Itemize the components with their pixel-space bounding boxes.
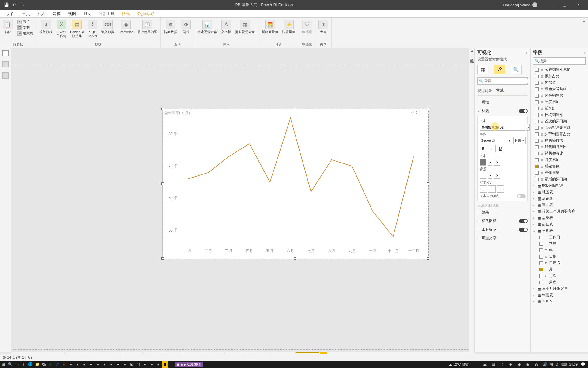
redo-icon[interactable]: ↷: [20, 2, 25, 8]
app-pin3-icon[interactable]: ●: [81, 361, 88, 368]
checkbox[interactable]: [535, 152, 539, 155]
font-family-select[interactable]: Segoe UI▾: [480, 137, 512, 144]
tray-chevron-icon[interactable]: ^: [473, 361, 480, 368]
start-button[interactable]: ⊞: [0, 361, 7, 368]
table-row[interactable]: ›▦连续三个月购买客户: [533, 208, 586, 215]
checkbox[interactable]: [539, 236, 543, 239]
close-button[interactable]: ✕: [571, 0, 586, 10]
fields-search-input[interactable]: [539, 59, 585, 63]
app-pin5-icon[interactable]: ●: [94, 361, 101, 368]
bg-color-swatch[interactable]: [480, 172, 486, 179]
field-item[interactable]: 周次: [533, 279, 586, 286]
title-text-input[interactable]: [480, 124, 525, 131]
expand-icon[interactable]: ›: [533, 210, 536, 213]
restore-defaults[interactable]: 还原为默认值: [477, 203, 528, 208]
bg-dropdown-icon[interactable]: ▾: [488, 172, 492, 179]
title-toggle[interactable]: [519, 109, 528, 113]
tray-calendar-icon[interactable]: ▦: [490, 361, 497, 368]
save-icon[interactable]: 💾: [4, 2, 9, 8]
task-search-icon[interactable]: 🔍: [7, 361, 13, 368]
model-view-icon[interactable]: [2, 72, 9, 79]
report-canvas[interactable]: 总销售额(按 月) ▽ ⛶ ⋯ 50 千60 千70 千80 千 一月二月三月四…: [11, 48, 475, 352]
tab-insert[interactable]: 插入: [34, 10, 49, 17]
maximize-button[interactable]: ▢: [557, 0, 571, 10]
app-ie-icon[interactable]: 🌐: [27, 361, 34, 368]
table-row[interactable]: ›▦90D睡眠客户: [533, 182, 586, 189]
checkbox[interactable]: [539, 261, 543, 265]
focus-mode-icon[interactable]: ⛶: [416, 111, 420, 115]
tray-volume-icon[interactable]: 🔊: [541, 361, 548, 368]
tab-model[interactable]: 建模: [49, 10, 64, 17]
app-pin8-icon[interactable]: ●: [115, 361, 121, 368]
task-view-icon[interactable]: ▭: [13, 361, 20, 368]
checkbox[interactable]: [535, 100, 539, 104]
app-pin11-icon[interactable]: ●: [148, 361, 155, 368]
underline-button[interactable]: U: [497, 145, 504, 152]
field-item[interactable]: 季度: [533, 240, 586, 247]
section-effects[interactable]: ›效果: [477, 208, 528, 217]
ribbon-collapse-button[interactable]: ^: [580, 18, 588, 48]
sensitivity-button[interactable]: 🛡敏感度: [301, 19, 313, 35]
app-pin1-icon[interactable]: ●: [67, 361, 74, 368]
table-row[interactable]: ›▦销售表: [533, 292, 586, 298]
app-pin9-icon[interactable]: ●: [121, 361, 128, 368]
field-item[interactable]: ▤销售额月环比: [533, 144, 586, 150]
cut-button[interactable]: ✂剪切: [17, 19, 34, 24]
app-pin7-icon[interactable]: ●: [108, 361, 115, 368]
field-item[interactable]: ▤月度累加: [533, 157, 586, 163]
tab-more[interactable]: …: [524, 89, 528, 93]
notification-icon[interactable]: 💬: [579, 361, 586, 368]
checkbox[interactable]: [535, 81, 539, 85]
app-pin10-icon[interactable]: ●: [141, 361, 148, 368]
checkbox[interactable]: [539, 248, 543, 252]
bold-button[interactable]: B: [480, 145, 487, 152]
build-visual-mode-icon[interactable]: ▦: [477, 65, 488, 74]
checkbox[interactable]: [535, 178, 539, 181]
checkbox[interactable]: [535, 132, 539, 136]
tray-network-icon[interactable]: 🖧: [533, 361, 540, 368]
field-item[interactable]: ▤累加值: [533, 79, 586, 86]
analytics-mode-icon[interactable]: 🔍: [511, 65, 522, 74]
checkbox[interactable]: [539, 268, 543, 271]
ime-lang[interactable]: 英: [555, 362, 559, 367]
checkbox[interactable]: [535, 113, 539, 117]
filters-pane-collapsed[interactable]: ◀ 筛选器: [469, 48, 475, 352]
table-row[interactable]: ›▦客户表: [533, 202, 586, 208]
minimize-button[interactable]: —: [543, 0, 557, 10]
italic-button[interactable]: I: [488, 145, 496, 152]
checkbox[interactable]: [535, 68, 539, 72]
quick-measure-button[interactable]: ⚡快度量值: [281, 19, 297, 35]
collapse-icon[interactable]: ⌄: [533, 229, 536, 232]
field-item[interactable]: ▤日均销售额: [533, 112, 586, 118]
wrap-toggle[interactable]: [517, 194, 526, 198]
app-sticky-icon[interactable]: ▢: [135, 361, 141, 368]
bg-color-fx-button[interactable]: fx: [494, 172, 500, 179]
section-tooltip[interactable]: ›工具提示: [477, 225, 528, 234]
expand-icon[interactable]: ›: [533, 217, 536, 220]
checkbox[interactable]: [535, 120, 539, 123]
checkbox[interactable]: [535, 87, 539, 91]
table-row[interactable]: ›▦起止表: [533, 221, 586, 228]
section-alt-text[interactable]: ›可选文字: [477, 234, 528, 243]
tooltip-toggle[interactable]: [519, 228, 528, 232]
field-item[interactable]: ▤累加占比: [533, 73, 586, 79]
checkbox[interactable]: [539, 274, 543, 278]
table-row[interactable]: ›▦店铺表: [533, 195, 586, 202]
field-item[interactable]: Σ日期ID: [533, 260, 586, 266]
app-pin2-icon[interactable]: ●: [74, 361, 81, 368]
enter-data-button[interactable]: ⌨输入数据: [100, 19, 116, 35]
field-item[interactable]: Σ年: [533, 247, 586, 253]
tab-home[interactable]: 主页: [18, 10, 34, 17]
recent-sources-button[interactable]: 🕘最近使用的源: [136, 19, 159, 35]
app-ppt-icon[interactable]: P: [61, 361, 67, 368]
align-center-button[interactable]: [488, 185, 496, 193]
expand-icon[interactable]: ›: [533, 300, 536, 303]
field-item[interactable]: ▤客户销售额累加: [533, 67, 586, 73]
get-data-button[interactable]: ⬇获取数据: [38, 19, 54, 35]
format-painter-button[interactable]: 🖌格式刷: [17, 31, 34, 36]
expand-icon[interactable]: ›: [533, 223, 536, 226]
tab-data-drill[interactable]: 数据/钻取: [134, 10, 158, 17]
checkbox[interactable]: [535, 165, 539, 168]
tab-general[interactable]: 常规: [496, 88, 504, 94]
tab-visual[interactable]: 视觉对象: [477, 88, 492, 94]
